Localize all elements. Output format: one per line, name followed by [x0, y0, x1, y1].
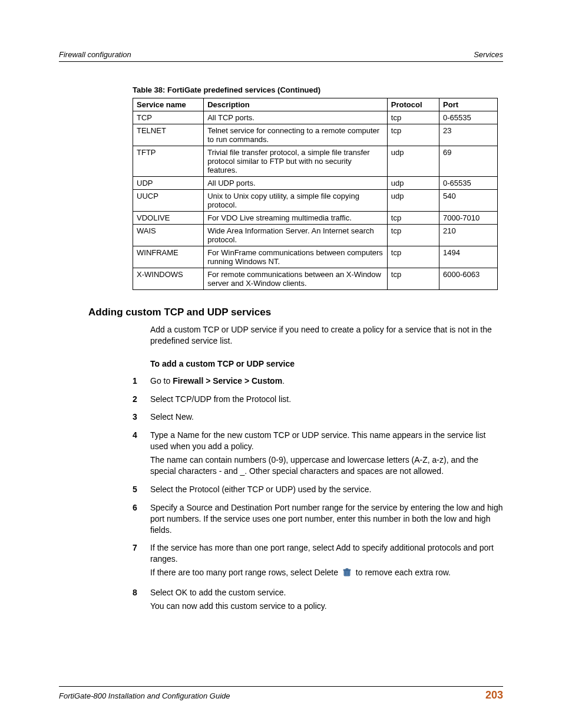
step-item: Select OK to add the custom service.You … — [133, 587, 503, 612]
step-item: Go to Firewall > Service > Custom. — [133, 375, 503, 387]
table-caption: Table 38: FortiGate predefined services … — [133, 85, 503, 94]
step-subtext: You can now add this custom service to a… — [150, 601, 503, 612]
step-item: Select New. — [133, 411, 503, 423]
table-cell-port: 6000-6063 — [439, 268, 498, 290]
table-cell-desc: For WinFrame communications between comp… — [204, 246, 388, 268]
section-heading: Adding custom TCP and UDP services — [88, 307, 503, 318]
step-text: Type a Name for the new custom TCP or UD… — [150, 430, 503, 452]
page-footer: FortiGate-800 Installation and Configura… — [59, 686, 503, 701]
table-row: WINFRAMEFor WinFrame communications betw… — [133, 246, 498, 268]
table-cell-proto: udp — [387, 177, 439, 190]
step-subtext: The name can contain numbers (0-9), uppe… — [150, 454, 503, 477]
table-cell-name: TFTP — [133, 146, 204, 177]
section-intro: Add a custom TCP or UDP service if you n… — [150, 324, 503, 347]
step-text: Select TCP/UDP from the Protocol list. — [150, 394, 503, 405]
col-header-port: Port — [439, 98, 498, 111]
step-subtext: If there are too many port range rows, s… — [150, 567, 503, 580]
step-item: If the service has more than one port ra… — [133, 542, 503, 580]
table-cell-proto: udp — [387, 190, 439, 212]
table-cell-desc: All TCP ports. — [204, 111, 388, 124]
step-text: If the service has more than one port ra… — [150, 542, 503, 565]
table-row: VDOLIVEFor VDO Live streaming multimedia… — [133, 212, 498, 225]
header-left: Firewall configuration — [59, 50, 131, 59]
table-cell-proto: tcp — [387, 124, 439, 146]
table-cell-port: 69 — [439, 146, 498, 177]
footer-title: FortiGate-800 Installation and Configura… — [59, 691, 230, 700]
table-row: TFTPTrivial file transfer protocol, a si… — [133, 146, 498, 177]
table-cell-port: 210 — [439, 225, 498, 246]
table-cell-desc: Telnet service for connecting to a remot… — [204, 124, 388, 146]
table-row: UUCPUnix to Unix copy utility, a simple … — [133, 190, 498, 212]
step-item: Select the Protocol (either TCP or UDP) … — [133, 484, 503, 495]
step-item: Type a Name for the new custom TCP or UD… — [133, 430, 503, 477]
table-cell-proto: tcp — [387, 268, 439, 290]
table-cell-proto: tcp — [387, 225, 439, 246]
table-cell-port: 23 — [439, 124, 498, 146]
table-cell-name: UUCP — [133, 190, 204, 212]
trash-icon — [342, 568, 352, 580]
table-row: TCPAll TCP ports.tcp0-65535 — [133, 111, 498, 124]
table-cell-desc: For remote communications between an X-W… — [204, 268, 388, 290]
table-cell-name: UDP — [133, 177, 204, 190]
svg-rect-2 — [346, 569, 348, 570]
table-cell-port: 0-65535 — [439, 177, 498, 190]
header-right: Services — [474, 50, 503, 59]
step-text: Select New. — [150, 411, 503, 423]
table-cell-desc: For VDO Live streaming multimedia traffi… — [204, 212, 388, 225]
table-cell-desc: Wide Area Information Server. An Interne… — [204, 225, 388, 246]
table-cell-port: 540 — [439, 190, 498, 212]
table-cell-proto: tcp — [387, 212, 439, 225]
table-row: X-WINDOWSFor remote communications betwe… — [133, 268, 498, 290]
table-cell-port: 1494 — [439, 246, 498, 268]
table-cell-name: WAIS — [133, 225, 204, 246]
table-cell-port: 0-65535 — [439, 111, 498, 124]
col-header-desc: Description — [204, 98, 388, 111]
table-row: WAISWide Area Information Server. An Int… — [133, 225, 498, 246]
step-item: Specify a Source and Destination Port nu… — [133, 502, 503, 536]
page-number: 203 — [485, 689, 503, 701]
table-cell-port: 7000-7010 — [439, 212, 498, 225]
table-cell-desc: All UDP ports. — [204, 177, 388, 190]
table-row: UDPAll UDP ports.udp0-65535 — [133, 177, 498, 190]
step-text: Select OK to add the custom service. — [150, 587, 503, 598]
table-cell-name: X-WINDOWS — [133, 268, 204, 290]
col-header-proto: Protocol — [387, 98, 439, 111]
table-row: TELNETTelnet service for connecting to a… — [133, 124, 498, 146]
page-header: Firewall configuration Services — [59, 50, 503, 62]
col-header-name: Service name — [133, 98, 204, 111]
table-cell-name: TELNET — [133, 124, 204, 146]
step-item: Select TCP/UDP from the Protocol list. — [133, 394, 503, 405]
table-cell-name: WINFRAME — [133, 246, 204, 268]
table-cell-proto: tcp — [387, 246, 439, 268]
procedure-heading: To add a custom TCP or UDP service — [150, 358, 503, 370]
table-cell-proto: udp — [387, 146, 439, 177]
table-cell-proto: tcp — [387, 111, 439, 124]
table-cell-desc: Trivial file transfer protocol, a simple… — [204, 146, 388, 177]
table-cell-name: VDOLIVE — [133, 212, 204, 225]
table-cell-desc: Unix to Unix copy utility, a simple file… — [204, 190, 388, 212]
services-table: Service name Description Protocol Port T… — [133, 98, 498, 290]
table-cell-name: TCP — [133, 111, 204, 124]
step-text: Specify a Source and Destination Port nu… — [150, 502, 503, 536]
step-text: Go to Firewall > Service > Custom. — [150, 375, 503, 387]
table-header-row: Service name Description Protocol Port — [133, 98, 498, 111]
step-text: Select the Protocol (either TCP or UDP) … — [150, 484, 503, 495]
